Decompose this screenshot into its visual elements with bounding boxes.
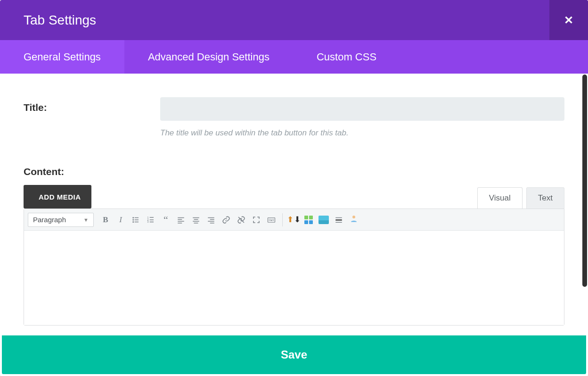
user-button[interactable]: [347, 213, 361, 227]
tab-custom-css[interactable]: Custom CSS: [293, 40, 400, 74]
editor-mode-tabs: Visual Text: [477, 187, 564, 209]
highlight-button[interactable]: [317, 213, 331, 227]
unlink-button[interactable]: [234, 213, 248, 227]
hr-icon: [335, 216, 343, 224]
svg-rect-28: [272, 218, 273, 219]
svg-rect-29: [273, 218, 274, 219]
columns-icon: [304, 216, 313, 224]
align-center-button[interactable]: [189, 213, 203, 227]
toolbar-separator: [282, 213, 283, 226]
swap-icon: ⬆⬇: [287, 215, 301, 225]
tab-label: General Settings: [24, 51, 101, 63]
field-row-title: Title: The title will be used within the…: [24, 97, 564, 138]
svg-text:3: 3: [147, 220, 149, 223]
bullet-list-icon: [131, 216, 140, 224]
svg-rect-16: [193, 217, 199, 218]
svg-rect-7: [150, 217, 154, 218]
svg-point-4: [132, 221, 134, 223]
svg-rect-9: [150, 219, 154, 220]
tab-label: Advanced Design Settings: [148, 51, 270, 63]
svg-rect-26: [269, 218, 270, 219]
link-button[interactable]: [219, 213, 233, 227]
bold-button[interactable]: B: [98, 213, 113, 227]
swap-button[interactable]: ⬆⬇: [286, 213, 301, 227]
editor-toolbar: Paragraph ▼ B I 123: [24, 209, 564, 231]
tab-general-settings[interactable]: General Settings: [0, 40, 124, 74]
svg-rect-14: [178, 221, 184, 222]
svg-rect-27: [270, 218, 271, 219]
editor-tab-text[interactable]: Text: [526, 187, 564, 209]
modal-header: Tab Settings ✕: [0, 0, 588, 40]
field-row-content: Content: ADD MEDIA Visual Text: [24, 166, 564, 326]
modal-body: Title: The title will be used within the…: [0, 74, 588, 336]
add-media-label: ADD MEDIA: [39, 193, 81, 201]
align-center-icon: [192, 216, 200, 224]
title-field-col: The title will be used within the tab bu…: [160, 97, 564, 138]
svg-rect-32: [273, 220, 274, 221]
number-list-icon: 123: [147, 216, 155, 224]
user-icon: [350, 214, 358, 225]
svg-rect-3: [135, 219, 139, 220]
editor-textarea[interactable]: [24, 231, 564, 325]
svg-rect-1: [135, 217, 139, 218]
svg-rect-17: [194, 219, 198, 220]
fullscreen-icon: [252, 216, 261, 224]
link-icon: [222, 216, 230, 224]
svg-rect-35: [335, 222, 342, 223]
hr-button[interactable]: [332, 213, 346, 227]
toolbar-toggle-button[interactable]: [264, 213, 278, 227]
svg-point-2: [132, 219, 134, 220]
number-list-button[interactable]: 123: [144, 213, 158, 227]
unlink-icon: [237, 216, 245, 224]
title-hint: The title will be used within the tab bu…: [160, 128, 564, 138]
svg-point-36: [352, 216, 355, 218]
fullscreen-button[interactable]: [249, 213, 263, 227]
svg-point-0: [132, 217, 134, 218]
svg-rect-21: [210, 219, 214, 220]
save-button[interactable]: Save: [2, 335, 586, 374]
italic-button[interactable]: I: [114, 213, 128, 227]
tab-advanced-design-settings[interactable]: Advanced Design Settings: [124, 40, 293, 74]
tab-label: Custom CSS: [317, 51, 376, 63]
italic-icon: I: [119, 215, 122, 225]
editor-tab-label: Text: [538, 193, 553, 202]
blockquote-button[interactable]: “: [159, 213, 173, 227]
quote-icon: “: [163, 217, 168, 222]
editor-tab-visual[interactable]: Visual: [477, 187, 523, 209]
align-right-icon: [207, 216, 215, 224]
modal-title: Tab Settings: [24, 13, 96, 28]
close-icon: ✕: [564, 14, 573, 27]
svg-rect-20: [208, 217, 214, 218]
align-right-button[interactable]: [204, 213, 218, 227]
svg-rect-15: [178, 223, 182, 224]
wysiwyg-editor: Paragraph ▼ B I 123: [24, 209, 564, 326]
chevron-down-icon: ▼: [83, 217, 89, 223]
settings-tabs: General Settings Advanced Design Setting…: [0, 40, 588, 74]
svg-rect-30: [269, 220, 270, 221]
title-input[interactable]: [160, 97, 564, 121]
svg-rect-12: [178, 217, 184, 218]
bold-icon: B: [103, 215, 108, 225]
svg-rect-34: [335, 219, 342, 220]
highlight-icon: [318, 216, 329, 224]
align-left-button[interactable]: [174, 213, 188, 227]
columns-button[interactable]: [302, 213, 316, 227]
editor-tab-label: Visual: [489, 193, 511, 202]
format-select[interactable]: Paragraph ▼: [28, 213, 94, 227]
svg-rect-13: [178, 219, 182, 220]
bullet-list-button[interactable]: [129, 213, 143, 227]
svg-rect-23: [210, 223, 214, 224]
content-label: Content:: [24, 166, 564, 177]
svg-rect-11: [150, 221, 154, 222]
svg-rect-25: [268, 217, 275, 222]
svg-rect-22: [208, 221, 214, 222]
vertical-scrollbar[interactable]: [582, 75, 587, 287]
svg-rect-5: [135, 221, 139, 222]
add-media-button[interactable]: ADD MEDIA: [24, 185, 91, 209]
editor-top-row: ADD MEDIA Visual Text: [24, 185, 564, 209]
keyboard-icon: [267, 216, 276, 224]
close-button[interactable]: ✕: [549, 0, 588, 40]
svg-rect-19: [194, 223, 198, 224]
format-select-value: Paragraph: [33, 216, 66, 224]
svg-rect-33: [335, 217, 342, 218]
